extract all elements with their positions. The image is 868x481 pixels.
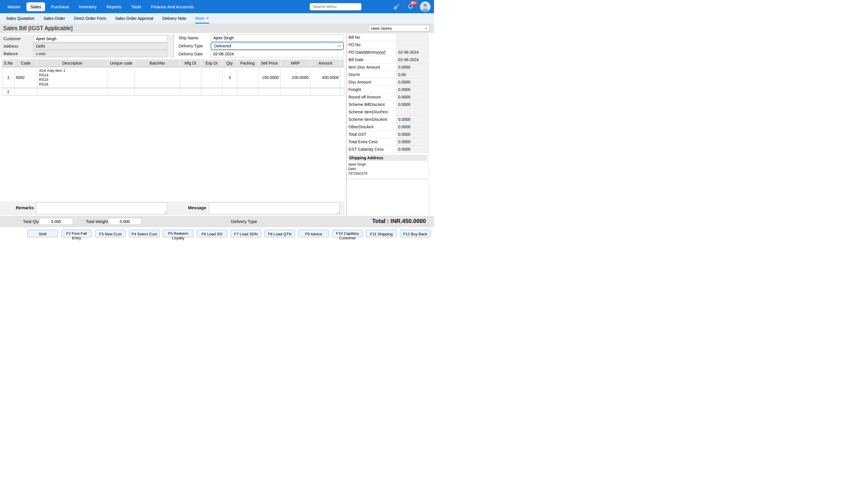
delivery-date-input[interactable] [211, 51, 344, 57]
subnav-more-label: More [195, 16, 205, 21]
f5-redeem-loyalty-button[interactable]: F5 Redeem Loyalty [163, 230, 193, 237]
totals-bar: Total Qty Total Weight Delivery Type Tot… [0, 216, 434, 227]
cell-mrp[interactable]: 200.0000 [281, 67, 311, 88]
address-label: Address [0, 44, 33, 49]
subnav-more[interactable]: More [195, 13, 209, 24]
grand-total: Total : INR.450.0000 [372, 218, 426, 224]
cell-sno: 2 [2, 88, 14, 96]
shift-button[interactable]: Shift [27, 230, 58, 237]
cell-code[interactable] [14, 88, 37, 96]
paintbrush-icon[interactable] [393, 3, 400, 10]
cell-stub [341, 88, 344, 96]
col-mrp: MRP [281, 59, 311, 67]
cell-batchno[interactable] [135, 88, 180, 96]
f4-select-cust-button[interactable]: F4 Select Cust [129, 230, 160, 237]
nav-tools[interactable]: Tools [127, 2, 145, 11]
cell-description[interactable] [37, 88, 108, 96]
notification-badge: 99+ [410, 1, 417, 5]
total-qty-input[interactable] [39, 218, 73, 225]
col-stub [341, 59, 344, 67]
delivery-type-select[interactable]: Delivered [211, 42, 344, 50]
col-exp-dt: Exp Dt [201, 59, 222, 67]
f8-load-qtn-button[interactable]: F8 Load QTN [265, 230, 295, 237]
cell-exp-dt[interactable] [201, 88, 222, 96]
col-code: Code [14, 59, 37, 67]
cell-unique-code[interactable] [108, 88, 135, 96]
customer-input[interactable] [33, 35, 167, 42]
ship-name-input[interactable] [211, 34, 344, 41]
summary-row-bill-date: Bill Date 02-06-2024 [346, 56, 428, 63]
cell-exp-dt[interactable] [201, 67, 222, 88]
f2-foot-fall-entry-button[interactable]: F2 Foot Fall Entry [61, 230, 92, 237]
sub-nav: Sales Quotation Sales Order Direct Order… [0, 13, 434, 24]
subnav-sales-order-approval[interactable]: Sales Order Approval [115, 13, 153, 24]
col-qty: Qty [222, 59, 237, 67]
items-table: S.No Code Description Unique code BatchN… [2, 59, 344, 96]
cell-qty[interactable] [222, 88, 237, 96]
summary-row-bill-no: Bill No [346, 34, 428, 41]
summary-row-item-disc-amount: Item Disc Amount 0.0000 [346, 63, 428, 71]
col-batchno: BatchNo [135, 59, 180, 67]
avatar[interactable] [420, 1, 431, 12]
cell-mrp[interactable] [281, 88, 311, 96]
subnav-delivery-note[interactable]: Delivery Note [162, 13, 186, 24]
f10-capillary-customer-button[interactable]: F10 Capillary Customer [332, 230, 363, 237]
chevron-down-icon [338, 44, 341, 47]
cell-mfg-dt[interactable] [180, 88, 201, 96]
balance-field: 0.0000 [33, 50, 167, 57]
table-row: 2 [2, 88, 344, 96]
cell-batchno[interactable] [135, 67, 180, 88]
f6-load-so-button[interactable]: F6 Load SO [197, 230, 227, 237]
delivery-type-label: Delivery Type [179, 44, 211, 48]
cell-packing[interactable] [237, 67, 258, 88]
summary-row-po-date: PO Date[ddmmyyyy] 02-06-2024 [346, 49, 428, 56]
summary-row-otherdiscamt: OtherDiscAmt 0.0000 [346, 123, 428, 131]
function-keys-bar: Shift F2 Foot Fall Entry F3 New Cust F4 … [0, 229, 434, 241]
f12-buy-back-button[interactable]: F12 Buy Back [400, 230, 431, 237]
search-input[interactable] [309, 3, 362, 11]
total-weight-input[interactable] [108, 218, 141, 225]
bill-header-form: Customer Address Delhi Balance 0.0000 Sh… [0, 33, 346, 58]
ship-block: Ship Name Delivery Type Delivered Delive… [179, 34, 344, 58]
message-textarea[interactable] [209, 202, 340, 214]
f9-advice-button[interactable]: F9 Advice [298, 230, 329, 237]
cell-sell-price[interactable]: 150.0000 [258, 67, 281, 88]
nav-reports[interactable]: Reports [102, 2, 125, 11]
summary-row-scheme-billdiscamt: Scheme BillDiscAmt 0.0000 [346, 101, 428, 108]
cell-unique-code[interactable] [108, 67, 135, 88]
nav-inventory[interactable]: Inventory [75, 2, 101, 11]
sales-bill-app: Master Sales Purchase Inventory Reports … [0, 0, 434, 241]
f11-shipping-button[interactable]: F11 Shipping [366, 230, 397, 237]
cell-mfg-dt[interactable] [180, 67, 201, 88]
f7-load-sdn-button[interactable]: F7 Load SDN [230, 230, 261, 237]
total-qty-label: Total Qty [23, 219, 39, 224]
f3-new-cust-button[interactable]: F3 New Cust [95, 230, 126, 237]
cell-sell-price[interactable] [258, 88, 281, 96]
cell-qty[interactable]: 3 [222, 67, 237, 88]
nav-master[interactable]: Master [3, 2, 25, 11]
summary-row-disc-percent: Disc% 0.00 [346, 71, 428, 78]
summary-row-po-no: PO No [346, 41, 428, 49]
cell-packing[interactable] [237, 88, 258, 96]
store-selector[interactable]: neee stores [368, 25, 430, 32]
cell-description[interactable]: 31st may item 1 RS14 RS15 RS16 [37, 67, 108, 88]
summary-row-total-gst: Total GST 0.0000 [346, 131, 428, 138]
nav-purchase[interactable]: Purchase [47, 2, 73, 11]
total-weight-label: Total Weight [86, 219, 108, 224]
subnav-sales-order[interactable]: Sales Order [43, 13, 65, 24]
col-sno: S.No [2, 59, 14, 67]
notifications-bell-icon[interactable]: 99+ [407, 3, 414, 10]
subnav-direct-order-form[interactable]: Direct Order Form [74, 13, 106, 24]
col-amount: Amount [311, 59, 341, 67]
notes-bar: Remarks Message [0, 201, 344, 215]
col-packing: Packing [237, 59, 258, 67]
nav-finance-and-accounts[interactable]: Finance And Accounts [147, 2, 197, 11]
subnav-sales-quotation[interactable]: Sales Quotation [6, 13, 35, 24]
remarks-label: Remarks [16, 205, 34, 210]
store-selector-value: neee stores [371, 26, 392, 31]
shipping-address-title: Shipping Address [348, 155, 427, 161]
address-field: Delhi [33, 43, 167, 50]
nav-sales[interactable]: Sales [26, 2, 45, 11]
remarks-textarea[interactable] [36, 202, 167, 214]
cell-code[interactable]: 5092 [14, 67, 37, 88]
